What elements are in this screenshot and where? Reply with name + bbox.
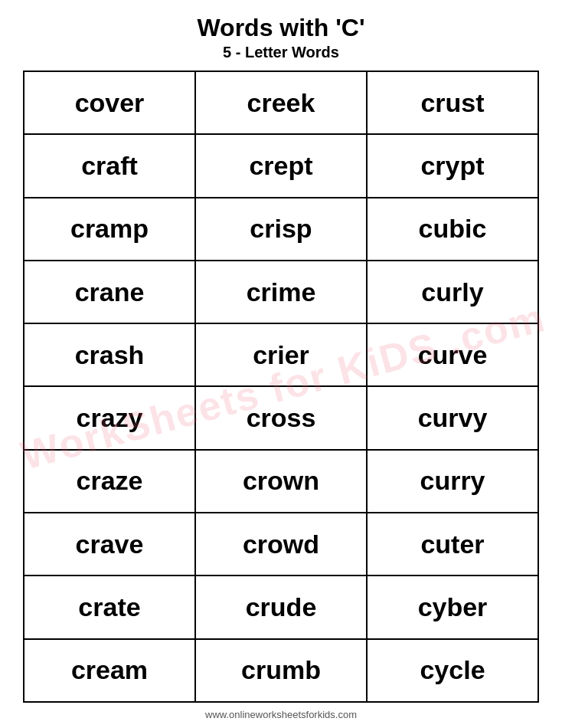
table-row: crampcrispcubic — [24, 198, 538, 261]
table-row: crazycrosscurvy — [24, 386, 538, 449]
word-cell: crier — [195, 323, 367, 386]
word-cell: crown — [195, 450, 367, 513]
word-cell: cyber — [367, 576, 538, 638]
word-cell: crate — [24, 576, 195, 638]
footer: www.onlineworksheetsforkids.com — [205, 709, 357, 720]
word-cell: cream — [24, 639, 195, 702]
word-cell: craze — [24, 450, 195, 513]
word-cell: curly — [367, 261, 538, 323]
word-cell: crash — [24, 323, 195, 386]
word-cell: crypt — [367, 134, 538, 197]
table-row: craftcreptcrypt — [24, 134, 538, 197]
word-cell: crane — [24, 261, 195, 323]
table-row: cratecrudecyber — [24, 576, 538, 638]
page-title: Words with 'C' — [197, 14, 364, 42]
word-cell: cuter — [367, 513, 538, 576]
word-cell: crisp — [195, 198, 367, 261]
table-row: crashcriercurve — [24, 323, 538, 386]
word-cell: cross — [195, 386, 367, 449]
word-cell: crumb — [195, 639, 367, 702]
word-cell: creek — [195, 71, 367, 134]
table-row: cravecrowdcuter — [24, 513, 538, 576]
word-cell: crude — [195, 576, 367, 638]
word-cell: crowd — [195, 513, 367, 576]
word-cell: cycle — [367, 639, 538, 702]
table-wrapper: WorkSheets for KiDS .com covercreekcrust… — [23, 71, 539, 703]
word-cell: curry — [367, 450, 538, 513]
table-row: cranecrimecurly — [24, 261, 538, 323]
word-cell: crime — [195, 261, 367, 323]
word-cell: crave — [24, 513, 195, 576]
word-table: covercreekcrustcraftcreptcryptcrampcrisp… — [23, 71, 539, 703]
table-row: creamcrumbcycle — [24, 639, 538, 702]
page-subtitle: 5 - Letter Words — [223, 44, 339, 61]
word-cell: crept — [195, 134, 367, 197]
table-row: covercreekcrust — [24, 71, 538, 134]
word-cell: cramp — [24, 198, 195, 261]
word-cell: craft — [24, 134, 195, 197]
word-cell: curve — [367, 323, 538, 386]
word-cell: crust — [367, 71, 538, 134]
word-cell: cubic — [367, 198, 538, 261]
word-cell: curvy — [367, 386, 538, 449]
table-row: crazecrowncurry — [24, 450, 538, 513]
word-cell: crazy — [24, 386, 195, 449]
word-cell: cover — [24, 71, 195, 134]
